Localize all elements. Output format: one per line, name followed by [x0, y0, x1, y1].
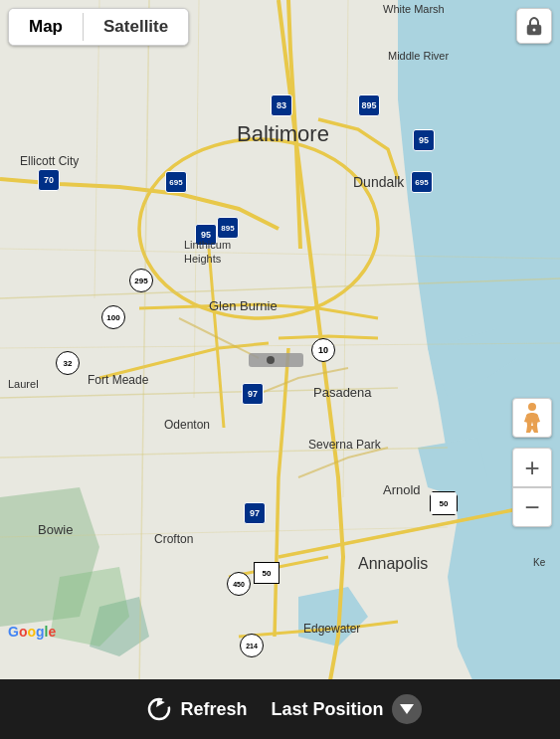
refresh-label: Refresh	[180, 699, 247, 720]
street-view-button[interactable]	[512, 398, 552, 438]
highway-695-right: 695	[411, 171, 433, 193]
map-container: 83 895 70 95 695 695 95 895 100 295 32 9…	[0, 0, 560, 691]
highway-895: 895	[358, 94, 380, 116]
city-glen-burnie: Glen Burnie	[209, 298, 278, 313]
highway-83: 83	[271, 94, 292, 116]
last-position-button[interactable]: Last Position	[264, 694, 430, 724]
highway-50-bottom: 50	[254, 562, 280, 584]
svg-point-3	[533, 29, 536, 32]
city-baltimore: Baltimore	[237, 121, 329, 147]
highway-295: 295	[129, 269, 153, 292]
city-bowie: Bowie	[38, 522, 73, 537]
highway-70: 70	[38, 169, 60, 191]
svg-point-4	[528, 403, 536, 411]
refresh-button[interactable]: Refresh	[130, 696, 263, 722]
dropdown-button[interactable]	[392, 694, 422, 724]
highway-50: 50	[430, 491, 458, 515]
highway-10: 10	[311, 338, 335, 362]
map-satellite-toggle[interactable]: Map Satellite	[8, 8, 189, 46]
lock-button[interactable]	[516, 8, 552, 44]
city-linthicum: Linthicum	[184, 239, 231, 251]
city-severna-park: Severna Park	[308, 438, 381, 452]
highway-97: 97	[242, 383, 264, 405]
satellite-tab[interactable]: Satellite	[84, 9, 188, 45]
highway-100: 100	[101, 305, 125, 329]
highway-95-top: 95	[413, 129, 435, 151]
google-logo: Google	[8, 624, 56, 640]
location-marker	[249, 353, 303, 367]
city-fort-meade: Fort Meade	[88, 373, 148, 387]
highway-895-mid: 895	[217, 217, 239, 239]
city-laurel: Laurel	[8, 378, 39, 390]
city-crofton: Crofton	[154, 532, 193, 546]
city-odenton: Odenton	[164, 418, 210, 432]
highway-32: 32	[56, 351, 80, 375]
highway-97-bottom: 97	[244, 502, 266, 524]
highway-695: 695	[165, 171, 187, 193]
city-heights: Heights	[184, 253, 221, 265]
chevron-down-icon	[400, 704, 414, 714]
bottom-toolbar: Refresh Last Position	[0, 679, 560, 739]
map-tab[interactable]: Map	[9, 9, 83, 45]
city-dundalk: Dundalk	[353, 174, 404, 190]
city-ke: Ke	[533, 557, 545, 568]
city-white-marsh: White Marsh	[383, 3, 445, 15]
svg-marker-7	[400, 704, 414, 714]
marker-dot	[267, 356, 275, 364]
last-position-label: Last Position	[272, 699, 384, 720]
highway-214: 214	[240, 634, 264, 657]
city-ellicott: Ellicott City	[20, 154, 79, 168]
zoom-out-button[interactable]: −	[512, 487, 552, 527]
city-edgewater: Edgewater	[303, 622, 360, 636]
refresh-icon	[146, 696, 172, 722]
highway-450: 450	[227, 572, 251, 596]
city-middle-river: Middle River	[388, 50, 449, 62]
marker-bar	[249, 353, 303, 367]
person-icon	[520, 402, 544, 434]
city-arnold: Arnold	[383, 482, 421, 497]
city-annapolis: Annapolis	[358, 555, 428, 573]
zoom-controls[interactable]: + −	[512, 448, 552, 527]
zoom-in-button[interactable]: +	[512, 448, 552, 487]
lock-icon	[525, 16, 543, 36]
city-pasadena: Pasadena	[313, 385, 372, 400]
